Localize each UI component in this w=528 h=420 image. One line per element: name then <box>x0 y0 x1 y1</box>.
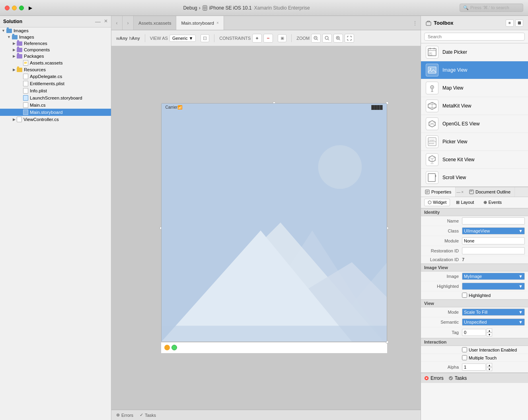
multiple-touch-checkbox[interactable] <box>462 355 467 360</box>
toolbox-view-list-btn[interactable]: ≡ <box>506 20 514 27</box>
image-select[interactable]: MyImage ▼ <box>462 273 525 280</box>
toolbox-item-picker-view[interactable]: Loremipsum Picker View <box>421 133 528 151</box>
add-constraint-btn[interactable] <box>252 34 262 43</box>
sidebar-item-assets[interactable]: 📁 Assets.xcassets <box>0 59 111 66</box>
tab-assets[interactable]: Assets.xcassets <box>134 16 176 30</box>
tag-decrement-btn[interactable]: ▼ <box>487 332 492 336</box>
semantic-select[interactable]: Unspecified ▼ <box>462 318 525 326</box>
sidebar-item-appdelegate[interactable]: AppDelegate.cs <box>0 73 111 80</box>
tab-forward-btn[interactable]: › <box>123 16 134 30</box>
zoom-reset-btn[interactable] <box>322 34 332 43</box>
layout-icon-btn[interactable]: ⊡ <box>201 34 209 42</box>
minimize-traffic-light[interactable] <box>12 6 17 10</box>
class-select[interactable]: UIImageView ▼ <box>462 227 525 234</box>
layout-panel-btn[interactable]: ▣ <box>278 34 286 42</box>
sidebar-item-main-cs[interactable]: Main.cs <box>0 102 111 109</box>
app-body: Solution — ✕ ▼ Images ▼ Images ▶ <box>0 16 528 420</box>
zoom-fit-btn[interactable] <box>345 34 354 43</box>
run-button[interactable]: ▶ <box>27 5 33 11</box>
tab-close-btn[interactable]: × <box>216 21 219 25</box>
layout-tab-btn[interactable]: ⊞ Layout <box>452 199 477 206</box>
phone-frame-wrapper: Carrier 📶 ████ <box>161 103 387 353</box>
right-tasks-btn[interactable]: Tasks <box>448 375 467 381</box>
toolbox-item-date-picker[interactable]: JanFeb Date Picker <box>421 43 528 61</box>
sidebar-item-resources[interactable]: ▶ Resources <box>0 66 111 73</box>
props-close-btn[interactable]: × <box>461 190 464 194</box>
toolbox-search-input[interactable] <box>424 33 525 41</box>
alpha-decrement-btn[interactable]: ▼ <box>487 367 492 371</box>
toolbox-item-map-view[interactable]: Map View <box>421 79 528 97</box>
toolbar-sep-1 <box>145 34 145 42</box>
view-as-select[interactable]: Generic ▼ <box>170 35 196 42</box>
tab-main-storyboard[interactable]: Main.storyboard × <box>176 16 224 30</box>
svg-rect-52 <box>470 190 473 194</box>
canvas-area[interactable]: → Carrier <box>111 46 421 410</box>
sidebar-close-btn[interactable]: ✕ <box>104 18 108 25</box>
picker-icon: Loremipsum <box>426 135 438 148</box>
sidebar-item-components[interactable]: ▶ Components <box>0 47 111 53</box>
toolbox-item-scroll-view[interactable]: Scroll View <box>421 169 528 187</box>
opengl-svg <box>427 119 437 129</box>
sidebar-item-images-root[interactable]: ▼ Images <box>0 27 111 34</box>
sidebar-item-references[interactable]: ▶ References <box>0 40 111 47</box>
toolbox-item-metalkit-view[interactable]: MetalKit View <box>421 97 528 115</box>
sidebar-collapse-btn[interactable]: — <box>95 18 101 25</box>
alpha-input[interactable] <box>462 363 486 371</box>
sidebar-item-main-storyboard[interactable]: Main.storyboard <box>0 109 111 116</box>
restoration-input[interactable] <box>462 247 525 254</box>
sidebar-item-images-sub[interactable]: ▼ Images <box>0 34 111 40</box>
zoom-out-btn[interactable] <box>311 34 321 43</box>
remove-constraint-btn[interactable] <box>263 34 273 43</box>
maximize-traffic-light[interactable] <box>19 6 24 10</box>
phone-frame[interactable]: Carrier 📶 ████ <box>161 103 387 342</box>
errors-btn[interactable]: ⊗ Errors <box>116 412 133 418</box>
phone-content[interactable] <box>162 111 387 342</box>
toolbox-view-grid-btn[interactable]: ⊞ <box>515 20 523 27</box>
w-any-label: wAny <box>116 36 128 41</box>
sidebar-item-label: References <box>24 41 47 46</box>
sidebar-item-label: Main.cs <box>30 103 46 107</box>
module-input[interactable] <box>462 237 525 244</box>
events-tab-btn[interactable]: ⊕ Events <box>480 199 505 206</box>
zoom-in-btn[interactable] <box>333 34 343 43</box>
properties-tab-btn[interactable]: Properties <box>421 187 456 197</box>
toolbox-item-image-view[interactable]: Image View <box>421 61 528 79</box>
sidebar-item-launchscreen[interactable]: LaunchScreen.storyboard <box>0 94 111 102</box>
right-errors-label: Errors <box>431 375 444 381</box>
tag-input[interactable] <box>462 329 486 336</box>
highlighted-image-select[interactable]: ▼ <box>462 283 525 290</box>
sidebar-item-info-plist[interactable]: Info.plist <box>0 87 111 94</box>
right-errors-btn[interactable]: Errors <box>424 375 444 381</box>
prop-row-highlighted-image: Highlighted ▼ <box>421 281 528 291</box>
sidebar-item-label: Assets.xcassets <box>30 61 62 65</box>
view-section-header: View <box>421 299 528 307</box>
props-minimize-btn[interactable]: — <box>456 190 460 194</box>
sidebar-item-viewcontroller[interactable]: ▶ ViewController.cs <box>0 116 111 123</box>
tag-increment-btn[interactable]: ▲ <box>487 328 492 332</box>
tasks-btn[interactable]: ✓ Tasks <box>140 412 156 418</box>
sidebar-item-packages[interactable]: ▶ Packages <box>0 53 111 59</box>
doc-outline-tab-btn[interactable]: Document Outline <box>465 187 515 197</box>
properties-tabs-bar: Properties — × Document Outline <box>421 187 528 197</box>
highlighted-image-label: Highlighted <box>424 284 462 289</box>
close-traffic-light[interactable] <box>5 6 10 10</box>
panel-toggle-btn[interactable]: ⋮ <box>409 16 421 30</box>
folder-icon <box>17 48 22 52</box>
title-search[interactable]: 🔍 Press '⌘.' to search <box>460 4 523 12</box>
toolbox-item-scenekit-view[interactable]: Scene Kit View <box>421 151 528 169</box>
toolbox-item-opengl-view[interactable]: OpenGL ES View <box>421 115 528 133</box>
layout-tab-label: Layout <box>461 200 474 205</box>
picker-svg: Loremipsum <box>427 137 437 147</box>
name-input[interactable] <box>462 217 525 225</box>
sidebar-item-entitlements[interactable]: Entitlements.plist <box>0 80 111 87</box>
debug-path: Debug › iPhone SE iOS 10.1 <box>183 5 251 11</box>
alpha-increment-btn[interactable]: ▲ <box>487 363 492 367</box>
metalkit-view-label: MetalKit View <box>442 103 471 109</box>
widget-tab-btn[interactable]: ⬡ Widget <box>424 199 450 206</box>
mode-select[interactable]: Scale To Fill ▼ <box>462 309 525 316</box>
tab-back-btn[interactable]: ‹ <box>111 16 123 30</box>
tasks-label: Tasks <box>145 413 156 418</box>
highlighted-checkbox[interactable] <box>462 293 467 298</box>
sidebar-tree: ▼ Images ▼ Images ▶ References ▶ Compone… <box>0 27 111 420</box>
user-interaction-checkbox[interactable] <box>462 347 467 352</box>
